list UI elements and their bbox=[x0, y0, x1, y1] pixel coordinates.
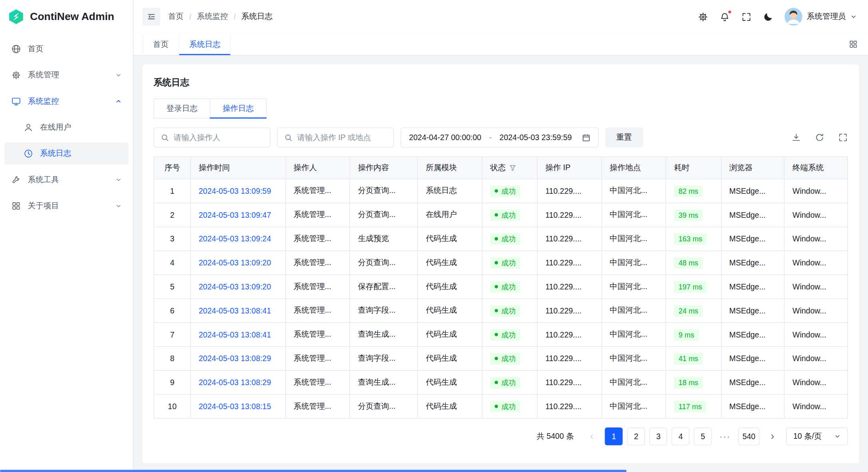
table-row[interactable]: 6 2024-05-03 13:08:41 系统管理... 查询字段... 代码… bbox=[154, 299, 848, 323]
time-link[interactable]: 2024-05-03 13:08:29 bbox=[199, 378, 271, 387]
cell-duration: 82 ms bbox=[666, 179, 721, 203]
sidebar-item-home[interactable]: 首页 bbox=[4, 38, 128, 60]
pagination-ellipsis[interactable]: ··· bbox=[716, 428, 734, 445]
cell-os: Window... bbox=[784, 203, 848, 227]
time-link[interactable]: 2024-05-03 13:08:29 bbox=[199, 354, 271, 363]
column-header: 操作人 bbox=[285, 157, 350, 179]
time-link[interactable]: 2024-05-03 13:09:59 bbox=[199, 187, 271, 195]
tab-operation-logs[interactable]: 操作日志 bbox=[210, 98, 267, 119]
cell-duration: 41 ms bbox=[666, 347, 721, 371]
cell-os: Window... bbox=[784, 299, 848, 323]
sidebar-item-label: 系统管理 bbox=[28, 70, 109, 80]
table-row[interactable]: 7 2024-05-03 13:08:41 系统管理... 查询生成... 代码… bbox=[154, 323, 848, 347]
cell-location: 中国河北... bbox=[601, 394, 666, 418]
breadcrumb-item[interactable]: 系统日志 bbox=[241, 12, 273, 22]
filter-icon[interactable] bbox=[509, 164, 516, 171]
tab-home[interactable]: 首页 bbox=[142, 33, 179, 55]
cell-location: 中国河北... bbox=[601, 275, 666, 299]
pagination-page-button[interactable]: 3 bbox=[649, 428, 667, 445]
moon-icon[interactable] bbox=[763, 12, 773, 22]
cell-os: Window... bbox=[784, 179, 848, 203]
sidebar-item-system-tools[interactable]: 系统工具 bbox=[4, 169, 128, 191]
table-actions bbox=[791, 133, 848, 143]
cell-index: 4 bbox=[154, 251, 190, 275]
duration-badge: 117 ms bbox=[674, 400, 706, 412]
pagination-page-button[interactable]: 2 bbox=[627, 428, 645, 445]
user-menu[interactable]: 系统管理员 bbox=[784, 8, 857, 25]
cell-content: 查询生成... bbox=[350, 323, 417, 347]
date-range-picker[interactable]: 2024-04-27 00:00:00 - 2024-05-03 23:59:5… bbox=[401, 127, 599, 147]
time-link[interactable]: 2024-05-03 13:09:24 bbox=[199, 234, 271, 243]
cell-os: Window... bbox=[784, 394, 848, 418]
duration-badge: 9 ms bbox=[674, 329, 698, 340]
reset-button[interactable]: 重置 bbox=[605, 127, 643, 147]
settings-gear-icon[interactable] bbox=[698, 12, 708, 22]
pagination-prev-button[interactable] bbox=[583, 428, 600, 445]
cell-module: 代码生成 bbox=[418, 370, 482, 394]
sidebar-item-online-users[interactable]: 在线用户 bbox=[4, 116, 128, 139]
time-link[interactable]: 2024-05-03 13:09:47 bbox=[199, 211, 271, 219]
operator-search-field bbox=[154, 127, 271, 147]
horizontal-scrollbar[interactable] bbox=[0, 470, 627, 472]
pagination-page-button[interactable]: 4 bbox=[672, 428, 690, 445]
pagination-next-button[interactable] bbox=[764, 428, 781, 445]
tab-actions-button[interactable] bbox=[848, 33, 868, 55]
fullscreen-icon[interactable] bbox=[741, 12, 752, 22]
table-row[interactable]: 3 2024-05-03 13:09:24 系统管理... 生成预览 代码生成 … bbox=[154, 227, 848, 251]
sidebar-collapse-button[interactable] bbox=[142, 8, 160, 25]
cell-status: 成功 bbox=[482, 347, 537, 371]
cell-operator: 系统管理... bbox=[285, 370, 350, 394]
bell-icon[interactable] bbox=[720, 12, 730, 22]
cell-os: Window... bbox=[784, 323, 848, 347]
time-link[interactable]: 2024-05-03 13:09:20 bbox=[199, 258, 271, 267]
table-row[interactable]: 5 2024-05-03 13:09:20 系统管理... 保存配置... 代码… bbox=[154, 275, 848, 299]
sidebar-item-system-management[interactable]: 系统管理 bbox=[4, 64, 128, 86]
operator-search-input[interactable] bbox=[174, 133, 263, 142]
tools-icon bbox=[11, 175, 21, 185]
time-link[interactable]: 2024-05-03 13:08:41 bbox=[199, 330, 271, 339]
time-link[interactable]: 2024-05-03 13:09:20 bbox=[199, 282, 271, 291]
cell-os: Window... bbox=[784, 227, 848, 251]
tab-label: 系统日志 bbox=[189, 39, 221, 49]
pagination-page-button[interactable]: 540 bbox=[738, 428, 759, 445]
status-dot bbox=[495, 357, 498, 360]
cell-location: 中国河北... bbox=[601, 179, 666, 203]
time-link[interactable]: 2024-05-03 13:08:41 bbox=[199, 306, 271, 315]
pagination-page-button[interactable]: 5 bbox=[694, 428, 712, 445]
page-size-select[interactable]: 10 条/页 bbox=[786, 428, 848, 445]
sidebar-item-system-monitor[interactable]: 系统监控 bbox=[4, 90, 128, 112]
cell-module: 在线用户 bbox=[418, 203, 482, 227]
status-badge: 成功 bbox=[490, 257, 520, 269]
table-row[interactable]: 4 2024-05-03 13:09:20 系统管理... 分页查询... 代码… bbox=[154, 251, 848, 275]
page-tab-bar: 首页 系统日志 bbox=[134, 33, 868, 56]
table-row[interactable]: 8 2024-05-03 13:08:29 系统管理... 查询字段... 代码… bbox=[154, 347, 848, 371]
table-row[interactable]: 1 2024-05-03 13:09:59 系统管理... 分页查询... 系统… bbox=[154, 179, 848, 203]
table-row[interactable]: 10 2024-05-03 13:08:15 系统管理... 分页查询... 代… bbox=[154, 394, 848, 418]
status-dot bbox=[495, 237, 498, 240]
tab-system-logs[interactable]: 系统日志 bbox=[179, 33, 231, 55]
breadcrumb-item[interactable]: 首页 bbox=[168, 12, 184, 22]
cell-duration: 39 ms bbox=[666, 203, 721, 227]
app-logo[interactable]: ContiNew Admin bbox=[0, 0, 133, 33]
tab-login-logs[interactable]: 登录日志 bbox=[154, 98, 210, 119]
cell-module: 代码生成 bbox=[418, 251, 482, 275]
cell-os: Window... bbox=[784, 251, 848, 275]
refresh-icon[interactable] bbox=[815, 133, 825, 143]
cell-duration: 48 ms bbox=[666, 251, 721, 275]
table-row[interactable]: 2 2024-05-03 13:09:47 系统管理... 分页查询... 在线… bbox=[154, 203, 848, 227]
expand-icon[interactable] bbox=[838, 133, 848, 143]
calendar-icon bbox=[582, 133, 590, 142]
breadcrumb-item[interactable]: 系统监控 bbox=[197, 12, 228, 22]
pagination-page-button[interactable]: 1 bbox=[605, 428, 623, 445]
main-area: 首页 / 系统监控 / 系统日志 bbox=[134, 0, 868, 472]
cell-browser: MSEdge... bbox=[721, 227, 784, 251]
cell-module: 代码生成 bbox=[418, 227, 482, 251]
time-link[interactable]: 2024-05-03 13:08:15 bbox=[199, 402, 271, 411]
download-icon[interactable] bbox=[791, 133, 801, 143]
table-row[interactable]: 9 2024-05-03 13:08:29 系统管理... 查询生成... 代码… bbox=[154, 370, 848, 394]
cell-index: 10 bbox=[154, 394, 190, 418]
sidebar-item-about-project[interactable]: 关于项目 bbox=[4, 195, 128, 217]
sidebar-item-system-logs[interactable]: 系统日志 bbox=[4, 143, 128, 165]
cell-content: 分页查询... bbox=[350, 179, 417, 203]
ip-search-input[interactable] bbox=[297, 133, 387, 142]
